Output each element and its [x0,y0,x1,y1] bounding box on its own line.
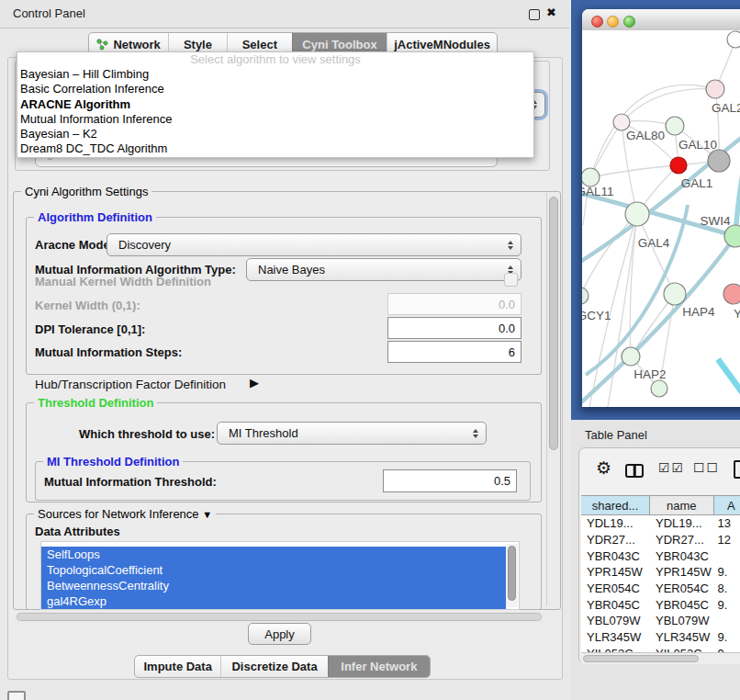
manual-kernel-label: Manual Kernel Width Definition [35,275,211,288]
algorithm-option[interactable]: Bayesian – K2 [17,127,533,141]
node-label: GAL80 [626,129,665,142]
which-threshold-combobox[interactable]: MI Threshold [217,422,487,445]
cell: YPR145W [581,565,650,579]
network-window-titlebar[interactable] [582,9,740,31]
settings-scrollbar-thumb[interactable] [549,197,558,450]
mi-threshold-input[interactable]: 0.5 [383,469,517,492]
mi-steps-input[interactable]: 6 [387,341,521,363]
apply-button[interactable]: Apply [248,623,311,645]
cell: YBR045C [650,598,713,612]
table-row[interactable]: YIL052C YIL052C 9 [581,646,740,653]
node-y[interactable] [723,284,740,304]
column-header-shared[interactable]: shared... [581,496,650,514]
network-desktop: GAL2 GAL80 GAL10 GAL1 GAL11 GAL4 SWI4 GC… [571,0,740,420]
tab-infer-network[interactable]: Infer Network [328,656,430,677]
table-row[interactable]: YBR045C YBR045C 9. [581,596,740,613]
network-window[interactable]: GAL2 GAL80 GAL10 GAL1 GAL11 GAL4 SWI4 GC… [582,9,740,407]
node-hap4[interactable] [664,283,686,305]
algorithm-option[interactable]: Basic Correlation Inference [17,82,533,96]
attribute-item[interactable]: SelfLoops [41,547,506,562]
collapse-arrow-icon[interactable]: ▼ [202,509,212,520]
cell: 13 [713,516,740,530]
node-gal1[interactable] [670,157,687,174]
table-panel-window: ⚙ ☑☑ ☐☐ shared... name A YDL19... YDL19.… [578,447,740,664]
cell: YBL079W [650,614,713,627]
attributes-scrollbar-thumb[interactable] [508,546,516,601]
expand-arrow-icon[interactable]: ▶ [250,376,259,390]
node-label: GAL11 [582,185,614,198]
node-gcy1[interactable] [582,288,589,304]
table-row[interactable]: YER054C YER054C 8. [581,581,740,597]
table-hscrollbar-thumb[interactable] [583,655,699,662]
cell: 9. [713,630,740,644]
document-icon[interactable] [734,460,740,479]
attributes-scrollbar[interactable] [506,544,518,607]
window-close-icon[interactable] [591,16,603,28]
node-hap2[interactable] [622,347,640,366]
kernel-width-value: 0.0 [499,298,515,311]
table-row[interactable]: YDR27... YDR27... 12 [581,532,740,548]
algorithm-option[interactable]: Dream8 DC_TDC Algorithm [17,141,533,156]
application-window: Control Panel ✖ Network Style Select Cyn… [0,0,740,700]
mi-type-combobox[interactable]: Naive Bayes [246,258,521,281]
settings-scrollbar[interactable] [546,193,559,606]
checked-boxes-icon[interactable]: ☑☑ [658,460,685,475]
threshold-definition-title: Threshold Definition [34,396,157,410]
hub-definition-label[interactable]: Hub/Transcription Factor Definition [35,378,226,391]
node-gray[interactable] [708,150,730,172]
tab-style-label: Style [184,38,212,51]
table-panel: Table Panel ⚙ ☑☑ ☐☐ shared... name A YDL… [571,420,740,700]
table-row[interactable]: YBL079W YBL079W [581,613,740,629]
node-gal11[interactable] [582,168,600,186]
mi-threshold-group-title: MI Threshold Definition [43,455,183,469]
data-attributes-list[interactable]: SelfLoops TopologicalCoefficient Between… [40,541,520,610]
window-minimize-icon[interactable] [607,16,619,28]
algorithm-option[interactable]: Bayesian – Hill Climbing [17,67,533,82]
algorithm-option-selected[interactable]: ARACNE Algorithm [17,97,533,112]
combo-arrows-icon [508,241,513,250]
column-header-partial[interactable]: A [714,496,740,514]
table-row[interactable]: YLR345W YLR345W 9. [581,629,740,646]
column-header-name[interactable]: name [650,496,713,514]
gear-icon[interactable]: ⚙ [596,457,611,479]
algorithm-option[interactable]: Mutual Information Inference [17,112,533,127]
node-label: HAP2 [633,367,666,381]
node-gal4[interactable] [625,202,649,226]
node-gal10[interactable] [666,117,684,135]
kernel-width-input[interactable]: 0.0 [387,293,521,315]
unchecked-boxes-icon[interactable]: ☐☐ [693,460,720,475]
table-hscrollbar[interactable] [581,652,740,664]
mi-steps-label: Mutual Information Steps: [35,345,182,359]
table-row[interactable]: YBR043C YBR043C [581,548,740,564]
table-row[interactable]: YPR145W YPR145W 9. [581,564,740,581]
dpi-tolerance-input[interactable]: 0.0 [387,317,521,339]
attribute-item[interactable]: BetweennessCentrality [41,578,506,593]
panel-dock-icon[interactable] [7,691,26,700]
settings-hscrollbar-thumb[interactable] [17,613,542,621]
network-canvas[interactable]: GAL2 GAL80 GAL10 GAL1 GAL11 GAL4 SWI4 GC… [582,30,740,407]
network-edge-cyan [718,359,740,400]
table-row[interactable]: YDL19... YDL19... 13 [581,515,740,532]
node-table: shared... name A YDL19... YDL19... 13 YD… [581,495,740,652]
dpi-tolerance-label: DPI Tolerance [0,1]: [35,322,145,336]
tab-impute-data[interactable]: Impute Data [135,656,220,677]
aracne-mode-combobox[interactable]: Discovery [107,233,521,256]
tab-infer-network-label: Infer Network [341,660,417,673]
close-icon[interactable]: ✖ [546,6,556,19]
split-columns-icon[interactable] [625,464,644,478]
window-zoom-icon[interactable] [623,16,635,28]
manual-kernel-checkbox[interactable] [504,273,518,287]
node-label: GAL1 [681,176,713,190]
table-header: shared... name A [581,495,740,515]
node-swi4[interactable] [724,225,740,247]
attribute-item[interactable]: gal4RGexp [41,593,506,609]
node-gal2[interactable] [706,80,724,98]
node-unlabeled[interactable] [651,380,667,397]
cell: YLR345W [581,630,650,644]
settings-hscrollbar[interactable] [15,612,545,623]
float-panel-icon[interactable] [529,9,540,20]
attribute-item[interactable]: TopologicalCoefficient [41,562,506,578]
cell: YDL19... [581,516,650,530]
node-unlabeled[interactable] [727,31,740,48]
tab-discretize-data[interactable]: Discretize Data [220,656,327,677]
